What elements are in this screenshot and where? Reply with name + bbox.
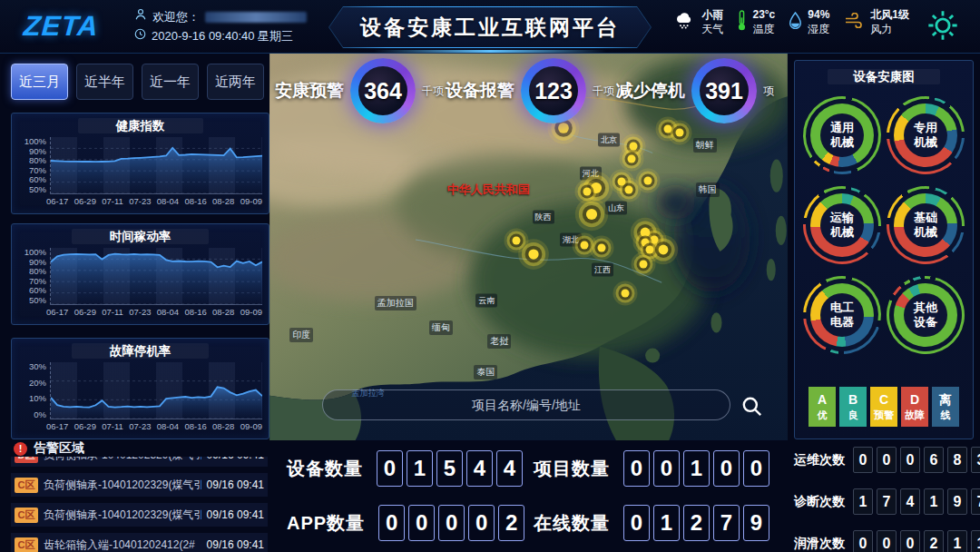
alert-text: 负荷侧轴承-10401202329(煤气引风机电...	[44, 457, 201, 463]
kpi-value: 123	[529, 66, 578, 115]
weather-label: 天气	[701, 23, 723, 37]
digit-cell: 0	[900, 447, 920, 473]
x-tick: 08-16	[184, 421, 206, 431]
map-marker[interactable]	[641, 228, 651, 238]
zone-badge: C区	[15, 478, 38, 493]
map-marker[interactable]	[625, 185, 633, 193]
digit-cell: 7	[877, 488, 897, 515]
y-tick: 90%	[29, 147, 46, 156]
x-tick: 07-23	[129, 196, 151, 206]
header-datetime: 2020-9-16 09:40:40 星期三	[152, 26, 293, 45]
x-tick: 09-09	[240, 421, 262, 431]
project-search-bar	[322, 389, 730, 420]
x-tick: 07-11	[102, 307, 123, 317]
humidity-drop-icon	[789, 12, 802, 33]
weather-label: 风力	[870, 23, 909, 37]
map-marker[interactable]	[513, 236, 521, 244]
device-health-panel: 设备安康图 通用机械 专用机械 运输机械 基础机械 电工电器 其他设备 A优 B…	[794, 60, 974, 439]
weather-value: 94%	[808, 8, 829, 23]
map-marker[interactable]	[586, 209, 597, 220]
digit-cell: 6	[924, 447, 944, 473]
map-marker[interactable]	[646, 246, 654, 254]
map-marker[interactable]	[580, 241, 588, 249]
map-marker[interactable]	[644, 176, 652, 184]
alert-area-title: 告警区域	[34, 440, 84, 457]
digit-cell: 4	[496, 450, 523, 487]
gauge-basic-machinery: 基础机械	[887, 186, 965, 264]
map-marker[interactable]	[628, 154, 636, 163]
alert-time: 09/16 09:41	[207, 538, 264, 551]
gauge-other-devices: 其他设备	[887, 276, 965, 354]
map-label: 泰国	[474, 365, 497, 380]
x-axis: 06-1706-2907-1107-2308-0408-1608-2809-09	[46, 196, 262, 206]
digit-cell: 4	[900, 488, 920, 515]
alert-row[interactable]: C区 齿轮箱输入端-10401202412(2#（2V）... 09/16 09…	[11, 533, 268, 552]
map-marker[interactable]	[597, 244, 605, 252]
map-marker[interactable]	[630, 143, 638, 151]
time-utilization-chart: 时间稼动率 100%90%80%70%60%50% 06-1706-2907-1…	[11, 223, 270, 325]
map-label: 孟加拉国	[375, 296, 416, 310]
zone-badge: C区	[15, 537, 38, 552]
filter-6-months[interactable]: 近半年	[76, 64, 133, 100]
alert-row[interactable]: C区 负荷侧轴承-10401202329(煤气引风机电... 09/16 09:…	[11, 503, 268, 527]
map-marker[interactable]	[676, 129, 684, 137]
digit-cell: 0	[853, 447, 873, 473]
digit-cell: 7	[971, 488, 980, 515]
kpi-ring: 364	[350, 58, 416, 123]
thermometer-icon	[737, 10, 747, 34]
stat-label: APP数量	[287, 511, 365, 536]
country-label: 中华人民共和国	[445, 181, 533, 199]
y-tick: 50%	[29, 296, 46, 305]
alert-time: 09/16 09:41	[207, 457, 264, 461]
alert-time: 09/16 09:41	[207, 508, 264, 521]
map-marker[interactable]	[622, 290, 630, 298]
gauge-electrical-equipment: 电工电器	[803, 276, 881, 354]
right-counters: 运维次数 000683 诊断次数 174197 润滑次数 000211	[794, 447, 975, 552]
user-icon	[134, 7, 147, 26]
weather-strip: 小雨天气 23°c温度 94%湿度 北风1级风力	[674, 8, 909, 36]
filter-2-years[interactable]: 近两年	[207, 64, 264, 100]
zeta-logo: ZETA	[23, 10, 100, 43]
weather-value: 23°c	[752, 8, 775, 23]
filter-3-months[interactable]: 近三月	[11, 64, 68, 100]
y-tick: 10%	[29, 394, 46, 403]
y-tick: 100%	[24, 137, 46, 146]
map-marker[interactable]	[651, 235, 659, 243]
y-tick: 70%	[29, 166, 46, 175]
map-marker[interactable]	[618, 177, 626, 185]
kpi-value: 364	[358, 66, 407, 115]
filter-1-year[interactable]: 近一年	[142, 64, 199, 100]
x-tick: 06-17	[46, 307, 68, 317]
china-map[interactable]: 中华人民共和国朝鲜韩国印度孟加拉国缅甸老挝泰国云南北京河北山东陕西湖北江西孟加拉…	[270, 53, 788, 440]
map-marker[interactable]	[528, 249, 538, 259]
weather-humidity: 94%湿度	[789, 8, 829, 36]
legend-c-warning: C预警	[870, 387, 897, 427]
digit-cell: 0	[900, 530, 920, 552]
kpi-unit: 千项	[593, 84, 614, 99]
x-tick: 07-23	[129, 307, 151, 317]
legend-a-excellent: A优	[808, 387, 836, 427]
search-input[interactable]	[323, 397, 730, 413]
map-marker[interactable]	[583, 187, 591, 195]
x-tick: 06-29	[74, 307, 96, 317]
settings-gear-icon[interactable]	[926, 8, 960, 43]
y-tick: 60%	[29, 286, 46, 295]
y-tick: 80%	[29, 267, 46, 276]
y-tick: 90%	[29, 258, 46, 267]
x-tick: 07-11	[102, 196, 123, 206]
stat-label: 在线数量	[534, 511, 610, 536]
map-label: 老挝	[487, 334, 511, 349]
search-icon[interactable]	[740, 395, 764, 419]
map-marker[interactable]	[640, 261, 648, 269]
map-label: 陕西	[533, 210, 554, 223]
counter-label: 润滑次数	[794, 536, 845, 552]
x-tick: 09-09	[240, 196, 262, 206]
map-marker[interactable]	[664, 125, 672, 133]
alert-text: 齿轮箱输入端-10401202412(2#（2V）...	[44, 537, 201, 552]
alert-row[interactable]: D区 负荷侧轴承-10401202329(煤气引风机电... 09/16 09:…	[11, 457, 268, 467]
title-underline	[374, 50, 606, 53]
map-marker[interactable]	[591, 182, 602, 193]
alert-row[interactable]: C区 负荷侧轴承-10401202329(煤气引风机电... 09/16 09:…	[11, 473, 268, 497]
digit-cell: 2	[498, 505, 524, 541]
digit-cell: 5	[436, 450, 463, 487]
